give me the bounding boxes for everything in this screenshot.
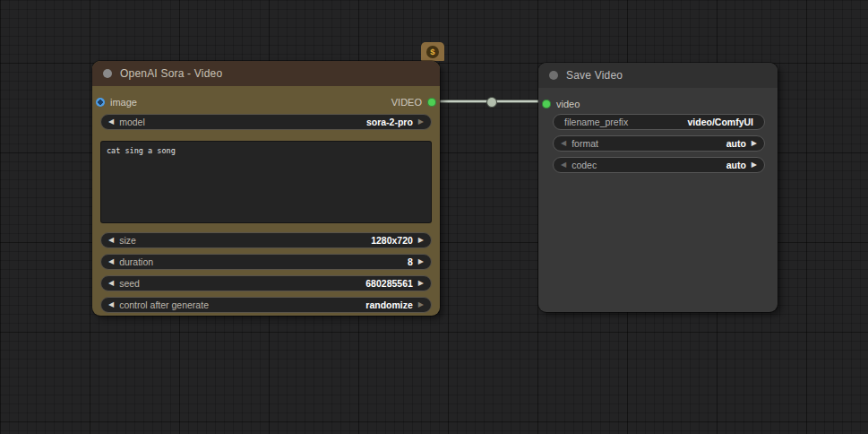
widget-value: 8: [408, 256, 413, 267]
output-slot-video[interactable]: VIDEO: [391, 97, 436, 108]
widget-size[interactable]: ◀ size 1280x720 ▶: [100, 232, 432, 248]
widget-value: auto: [726, 138, 746, 149]
node-title: OpenAI Sora - Video: [120, 67, 222, 80]
node-title: Save Video: [566, 69, 623, 82]
arrow-left-icon[interactable]: ◀: [108, 280, 114, 287]
widget-value: randomize: [365, 299, 413, 310]
link-midpoint-dot[interactable]: [486, 97, 497, 108]
widget-control-after-generate[interactable]: ◀ control after generate randomize ▶: [100, 297, 432, 313]
prompt-textarea[interactable]: cat sing a song: [100, 141, 432, 223]
node-openai-sora-video[interactable]: OpenAI Sora - Video image VIDEO ◀ model …: [92, 61, 440, 316]
widget-label: codec: [572, 160, 597, 170]
widget-codec[interactable]: ◀ codec auto ▶: [553, 157, 765, 173]
arrow-right-icon[interactable]: ▶: [752, 140, 757, 147]
output-dot-video[interactable]: [427, 98, 436, 107]
widget-value: 1280x720: [371, 235, 413, 246]
node-header[interactable]: OpenAI Sora - Video: [92, 61, 440, 86]
widget-value: auto: [726, 160, 746, 170]
input-label: video: [556, 99, 580, 109]
widget-format[interactable]: ◀ format auto ▶: [553, 135, 765, 152]
input-dot-image[interactable]: [96, 98, 105, 107]
widget-label: seed: [119, 278, 140, 289]
arrow-right-icon[interactable]: ▶: [418, 118, 424, 126]
arrow-left-icon[interactable]: ◀: [108, 118, 114, 126]
widget-value: 680285561: [365, 278, 413, 289]
arrow-left-icon[interactable]: ◀: [108, 301, 114, 308]
widget-seed[interactable]: ◀ seed 680285561 ▶: [100, 275, 432, 291]
arrow-right-icon[interactable]: ▶: [418, 258, 424, 265]
arrow-right-icon[interactable]: ▶: [418, 301, 424, 308]
widget-label: filename_prefix: [564, 117, 628, 127]
input-slot-video[interactable]: video: [542, 99, 580, 109]
widget-label: size: [119, 235, 136, 246]
input-label: image: [110, 97, 137, 108]
widget-filename-prefix[interactable]: filename_prefix video/ComfyUI: [553, 114, 765, 130]
arrow-right-icon[interactable]: ▶: [418, 280, 424, 287]
widget-value: video/ComfyUI: [687, 117, 753, 127]
arrow-right-icon[interactable]: ▶: [752, 161, 757, 169]
output-label: VIDEO: [391, 97, 422, 108]
input-dot-video[interactable]: [542, 100, 551, 108]
arrow-left-icon[interactable]: ◀: [561, 161, 566, 169]
collapse-dot[interactable]: [549, 71, 558, 80]
arrow-left-icon[interactable]: ◀: [108, 258, 114, 265]
arrow-left-icon[interactable]: ◀: [561, 140, 566, 147]
widget-label: control after generate: [119, 299, 209, 310]
node-header[interactable]: Save Video: [538, 63, 778, 88]
slot-row: image VIDEO: [92, 94, 440, 110]
widget-duration[interactable]: ◀ duration 8 ▶: [100, 254, 432, 270]
widget-value: sora-2-pro: [366, 117, 413, 127]
node-graph-canvas[interactable]: $ OpenAI Sora - Video image VIDEO ◀ mode…: [0, 0, 868, 434]
arrow-right-icon[interactable]: ▶: [418, 237, 424, 244]
widget-model[interactable]: ◀ model sora-2-pro ▶: [100, 114, 432, 130]
widget-label: duration: [119, 256, 153, 267]
api-cost-badge: $: [421, 42, 444, 61]
node-save-video[interactable]: Save Video video filename_prefix video/C…: [538, 63, 778, 312]
widget-label: model: [119, 117, 145, 127]
slot-row: video: [538, 96, 778, 112]
arrow-left-icon[interactable]: ◀: [108, 237, 114, 244]
input-slot-image[interactable]: image: [96, 97, 137, 108]
widget-label: format: [572, 138, 598, 149]
dollar-icon: $: [426, 46, 439, 58]
collapse-dot[interactable]: [103, 69, 112, 78]
